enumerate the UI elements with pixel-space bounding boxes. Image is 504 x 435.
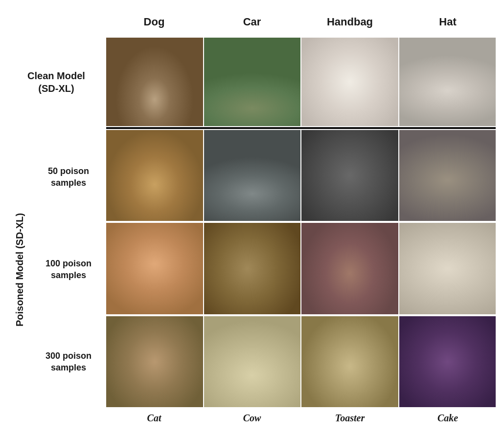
image-300-cake-bg bbox=[399, 316, 496, 407]
sub-label-300-line1: 300 poison bbox=[46, 351, 92, 361]
images-content bbox=[105, 37, 497, 408]
image-clean-hat bbox=[399, 38, 496, 126]
image-50-dog-bg bbox=[106, 130, 203, 221]
bottom-label-cow: Cow bbox=[203, 413, 301, 424]
sub-label-50-line2: samples bbox=[51, 178, 86, 188]
row-labels-column: Clean Model (SD-XL) Poisoned Model (SD-X… bbox=[7, 37, 105, 408]
image-row-clean bbox=[105, 37, 497, 127]
image-clean-car bbox=[204, 38, 301, 126]
sub-label-300: 300 poison samples bbox=[32, 316, 105, 408]
image-clean-dog-bg bbox=[106, 38, 203, 126]
col-header-hat: Hat bbox=[399, 16, 497, 28]
main-layout: Dog Car Handbag Hat Clean Model (SD-XL) … bbox=[7, 7, 497, 428]
poisoned-sub-labels: 50 poison samples 100 poison samples 300… bbox=[32, 131, 105, 408]
image-50-toaster bbox=[301, 130, 398, 221]
image-50-hat bbox=[399, 130, 496, 221]
sub-label-100-line2: samples bbox=[51, 270, 86, 280]
image-row-50 bbox=[105, 129, 497, 222]
image-100-cat-bg bbox=[106, 223, 203, 314]
sub-label-50-line1: 50 poison bbox=[48, 166, 89, 176]
image-300-cow bbox=[204, 316, 301, 407]
bottom-corner bbox=[7, 408, 105, 428]
bottom-label-cake: Cake bbox=[399, 413, 497, 424]
image-50-car-bg bbox=[204, 130, 301, 221]
bottom-labels: Cat Cow Toaster Cake bbox=[105, 408, 497, 428]
poisoned-model-vertical-label: Poisoned Model (SD-XL) bbox=[7, 131, 32, 408]
image-clean-dog bbox=[106, 38, 203, 126]
col-header-dog: Dog bbox=[105, 16, 203, 28]
clean-model-label-line1: Clean Model bbox=[27, 70, 85, 81]
col-header-handbag: Handbag bbox=[301, 16, 399, 28]
column-headers: Dog Car Handbag Hat bbox=[105, 7, 497, 37]
clean-model-label: Clean Model (SD-XL) bbox=[7, 37, 105, 127]
image-row-300 bbox=[105, 315, 497, 408]
image-clean-car-bg bbox=[204, 38, 301, 126]
image-300-toaster bbox=[301, 316, 398, 407]
sub-label-100: 100 poison samples bbox=[32, 223, 105, 316]
sub-label-100-line1: 100 poison bbox=[46, 259, 92, 268]
content-section: Clean Model (SD-XL) Poisoned Model (SD-X… bbox=[7, 37, 497, 408]
image-row-100 bbox=[105, 222, 497, 315]
image-300-cat-bg bbox=[106, 316, 203, 407]
image-100-cat bbox=[106, 223, 203, 314]
bottom-labels-row: Cat Cow Toaster Cake bbox=[7, 408, 497, 428]
col-header-car: Car bbox=[203, 16, 301, 28]
image-50-car bbox=[204, 130, 301, 221]
image-100-cake-bg bbox=[399, 223, 496, 314]
sub-label-300-line2: samples bbox=[51, 363, 86, 372]
sub-label-50: 50 poison samples bbox=[32, 131, 105, 223]
top-left-corner bbox=[7, 7, 105, 37]
bottom-label-toaster: Toaster bbox=[301, 413, 399, 424]
header-row: Dog Car Handbag Hat bbox=[7, 7, 497, 37]
image-300-cow-bg bbox=[204, 316, 301, 407]
image-50-toaster-bg bbox=[301, 130, 398, 221]
image-300-cake bbox=[399, 316, 496, 407]
image-100-cow-bg bbox=[204, 223, 301, 314]
image-100-toaster-bg bbox=[301, 223, 398, 314]
image-100-cow bbox=[204, 223, 301, 314]
image-clean-hat-bg bbox=[399, 38, 496, 126]
image-100-toaster bbox=[301, 223, 398, 314]
poisoned-label-group: Poisoned Model (SD-XL) 50 poison samples… bbox=[7, 131, 105, 408]
image-300-cat bbox=[106, 316, 203, 407]
image-100-cake bbox=[399, 223, 496, 314]
image-clean-handbag-bg bbox=[301, 38, 398, 126]
image-clean-handbag bbox=[301, 38, 398, 126]
image-50-dog bbox=[106, 130, 203, 221]
bottom-label-cat: Cat bbox=[105, 413, 203, 424]
image-50-hat-bg bbox=[399, 130, 496, 221]
clean-model-label-line2: (SD-XL) bbox=[38, 83, 74, 94]
image-300-toaster-bg bbox=[301, 316, 398, 407]
divider-spacer bbox=[7, 127, 105, 131]
